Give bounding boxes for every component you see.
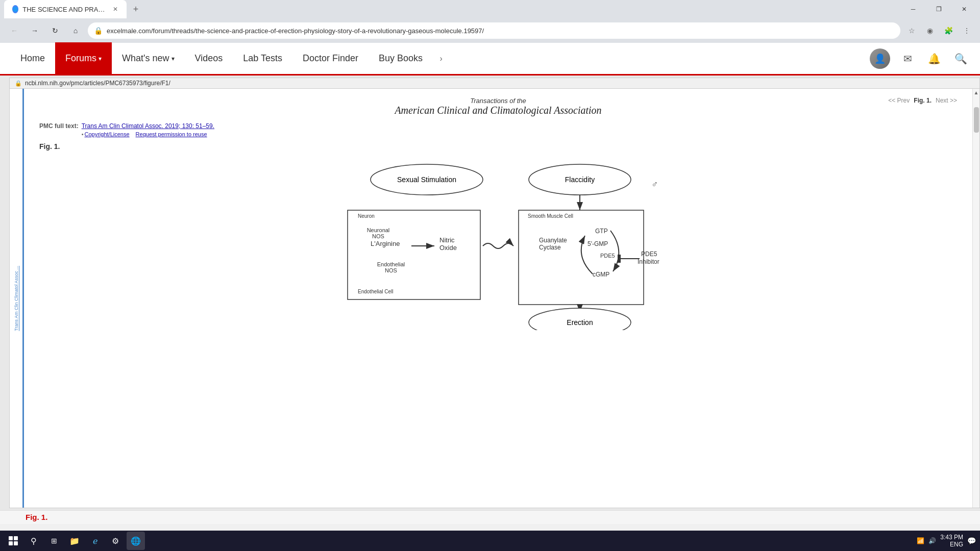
user-avatar[interactable]: 👤 xyxy=(870,48,890,69)
lang-display: ENG xyxy=(950,541,963,548)
tab-close-button[interactable]: ✕ xyxy=(112,5,118,13)
maximize-button[interactable]: ❐ xyxy=(927,0,950,18)
network-icon: 📶 xyxy=(917,537,924,544)
close-window-button[interactable]: ✕ xyxy=(952,0,976,18)
svg-text:Inhibitor: Inhibitor xyxy=(638,258,659,265)
svg-rect-16 xyxy=(519,210,644,305)
svg-text:Flaccidity: Flaccidity xyxy=(565,176,595,184)
svg-text:Smooth Muscle Cell: Smooth Muscle Cell xyxy=(528,213,573,219)
nav-videos[interactable]: Videos xyxy=(185,42,233,75)
nav-lab-tests[interactable]: Lab Tests xyxy=(233,42,292,75)
svg-text:Nitric: Nitric xyxy=(439,236,455,244)
svg-rect-33 xyxy=(9,536,13,540)
fig-caption-bar: Fig. 1. xyxy=(0,510,980,524)
svg-text:Endothelial: Endothelial xyxy=(377,261,405,267)
whats-new-dropdown-icon: ▾ xyxy=(172,55,175,62)
start-button[interactable] xyxy=(4,532,22,550)
main-content-frame: 🔒 ncbi.nlm.nih.gov/pmc/articles/PMC67359… xyxy=(9,78,980,508)
taskbar-ie[interactable]: ℯ xyxy=(86,532,104,550)
next-link[interactable]: Next >> xyxy=(936,97,957,104)
svg-text:Cyclase: Cyclase xyxy=(539,244,561,251)
right-scrollbar[interactable]: ▲ xyxy=(972,89,979,508)
svg-text:Oxide: Oxide xyxy=(439,244,457,252)
bookmark-icon[interactable]: ☆ xyxy=(904,23,919,38)
figure-navigation: << Prev Fig. 1. Next >> xyxy=(888,97,957,104)
fig-current-label: Fig. 1. xyxy=(914,97,932,104)
permission-link[interactable]: Request permission to reuse xyxy=(136,131,207,137)
left-margin xyxy=(0,76,9,510)
svg-text:PDE5: PDE5 xyxy=(641,251,657,258)
svg-text:Guanylate: Guanylate xyxy=(539,237,567,244)
time-display: 3:43 PM xyxy=(940,534,963,541)
search-icon[interactable]: 🔍 xyxy=(951,49,970,68)
svg-text:cGMP: cGMP xyxy=(593,271,609,278)
svg-rect-36 xyxy=(14,541,18,545)
article-content: Transactions of the American Clinical an… xyxy=(24,89,972,508)
taskbar-file-explorer[interactable]: 📁 xyxy=(65,532,84,550)
journal-title: American Clinical and Climatological Ass… xyxy=(39,105,957,116)
taskbar-search[interactable]: ⚲ xyxy=(24,532,43,550)
taskbar-task-view[interactable]: ⊞ xyxy=(45,532,63,550)
iframe-url-bar: 🔒 ncbi.nlm.nih.gov/pmc/articles/PMC67359… xyxy=(10,78,979,89)
diagram-container: Sexual Stimulation Flaccidity Neuron L'A… xyxy=(39,157,957,330)
svg-text:PDE5: PDE5 xyxy=(600,253,615,259)
system-tray: 📶 🔊 3:43 PM ENG 💬 xyxy=(917,534,976,548)
svg-text:Erection: Erection xyxy=(567,318,593,327)
fig-caption: Fig. 1. xyxy=(26,513,47,521)
volume-icon: 🔊 xyxy=(928,537,936,544)
nav-doctor-finder[interactable]: Doctor Finder xyxy=(292,42,369,75)
pmc-label: PMC full text: xyxy=(39,122,79,130)
browser-tab[interactable]: 🌐 THE SCIENCE AND PRACTICE OF... ✕ xyxy=(4,0,127,18)
notifications-icon[interactable]: 🔔 xyxy=(925,49,943,68)
home-button[interactable]: ⌂ xyxy=(67,22,84,39)
refresh-button[interactable]: ↻ xyxy=(47,22,63,39)
taskbar-settings[interactable]: ⚙ xyxy=(106,532,125,550)
svg-rect-35 xyxy=(9,541,13,545)
nav-buy-books[interactable]: Buy Books xyxy=(369,42,433,75)
minimize-button[interactable]: ─ xyxy=(901,0,925,18)
svg-text:GTP: GTP xyxy=(595,228,608,235)
nav-home[interactable]: Home xyxy=(10,42,55,75)
tab-title: THE SCIENCE AND PRACTICE OF... xyxy=(22,6,108,13)
url-text: excelmale.com/forum/threads/the-science-… xyxy=(107,27,894,35)
notification-icon[interactable]: 💬 xyxy=(967,537,976,545)
svg-text:♂: ♂ xyxy=(651,179,658,189)
svg-text:NOS: NOS xyxy=(385,267,397,273)
clock: 3:43 PM ENG xyxy=(940,534,963,548)
svg-rect-5 xyxy=(348,210,480,299)
window-controls: ─ ❐ ✕ xyxy=(901,0,976,18)
svg-text:Endothelial Cell: Endothelial Cell xyxy=(358,289,394,294)
svg-text:5'-GMP: 5'-GMP xyxy=(587,240,608,247)
taskbar: ⚲ ⊞ 📁 ℯ ⚙ 🌐 📶 🔊 3:43 PM ENG 💬 xyxy=(0,531,980,551)
taskbar-chrome[interactable]: 🌐 xyxy=(127,532,145,550)
svg-rect-34 xyxy=(14,536,18,540)
back-button[interactable]: ← xyxy=(6,22,22,39)
forward-button[interactable]: → xyxy=(27,22,43,39)
menu-icon[interactable]: ⋮ xyxy=(960,23,974,38)
scrollbar-thumb[interactable] xyxy=(974,107,979,133)
svg-text:NOS: NOS xyxy=(372,233,384,239)
svg-text:Neuronal: Neuronal xyxy=(367,227,390,233)
address-bar[interactable]: 🔒 excelmale.com/forum/threads/the-scienc… xyxy=(88,22,900,39)
nav-forums[interactable]: Forums ▾ xyxy=(55,42,112,75)
nav-whats-new[interactable]: What's new ▾ xyxy=(112,42,184,75)
physiology-diagram: Sexual Stimulation Flaccidity Neuron L'A… xyxy=(325,157,672,330)
figure-label: Fig. 1. xyxy=(39,142,957,151)
journal-header: Transactions of the American Clinical an… xyxy=(39,97,957,116)
nav-more-arrow[interactable]: › xyxy=(433,51,449,67)
content-left-border: Trans Am Clin Climatol Assoc ... xyxy=(10,89,24,508)
pmc-info-row: PMC full text: Trans Am Clin Climatol As… xyxy=(39,122,957,137)
prev-link[interactable]: << Prev xyxy=(888,97,910,104)
profile-icon[interactable]: ◉ xyxy=(923,23,937,38)
site-navbar: Home Forums ▾ What's new ▾ Videos Lab Te… xyxy=(0,43,980,76)
svg-text:Sexual Stimulation: Sexual Stimulation xyxy=(397,176,456,184)
svg-text:L'Arginine: L'Arginine xyxy=(371,240,400,247)
journal-subtitle: Transactions of the xyxy=(39,97,957,105)
extensions-icon[interactable]: 🧩 xyxy=(941,23,955,38)
svg-text:Neuron: Neuron xyxy=(358,213,375,219)
sidebar-vertical-link-1[interactable]: Trans Am Clin Climatol Assoc ... xyxy=(14,266,19,331)
new-tab-button[interactable]: + xyxy=(129,2,143,16)
messages-icon[interactable]: ✉ xyxy=(898,49,917,68)
copyright-link[interactable]: Copyright/License xyxy=(85,131,130,137)
pmc-article-link[interactable]: Trans Am Clin Climatol Assoc. 2019; 130:… xyxy=(82,122,214,130)
